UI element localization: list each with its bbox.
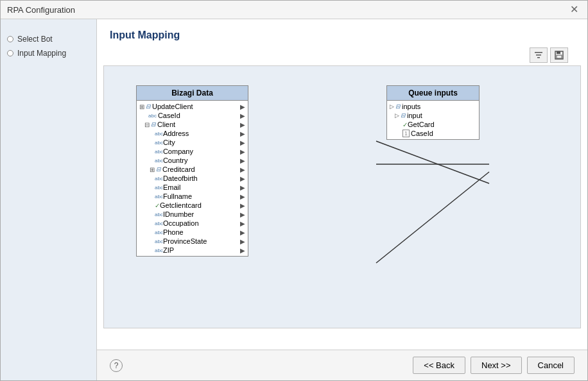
tree-row: abc Phone ▶ xyxy=(137,228,248,237)
row-label: Phone xyxy=(163,228,184,236)
type-icon: abc xyxy=(155,140,163,146)
row-label: IDnumber xyxy=(163,210,194,218)
main-panel: Input Mapping xyxy=(97,19,587,380)
sidebar-item-select-bot[interactable]: Select Bot xyxy=(7,32,90,46)
content-area: Select Bot Input Mapping Input Mapping xyxy=(1,19,587,380)
arrow-icon[interactable]: ▶ xyxy=(240,157,245,164)
tree-row: abc Country ▶ xyxy=(137,156,248,165)
arrow-icon[interactable]: ▶ xyxy=(240,247,245,254)
row-label: input xyxy=(407,112,422,119)
type-icon: ⊟ xyxy=(151,121,156,128)
close-button[interactable]: ✕ xyxy=(567,4,581,15)
arrow-icon[interactable]: ▶ xyxy=(240,121,245,128)
next-button[interactable]: Next >> xyxy=(471,357,522,374)
arrow-icon[interactable]: ▶ xyxy=(240,175,245,182)
row-label: Company xyxy=(163,148,193,155)
type-icon: abc xyxy=(155,221,163,226)
footer: ? << Back Next >> Cancel xyxy=(97,350,587,380)
type-icon: abc xyxy=(148,113,157,119)
tree-row: abc Address ▶ xyxy=(137,129,248,138)
bizagi-body: ⊞ ⊟ UpdateClient ▶ abc CaseId ▶ xyxy=(137,101,248,256)
arrow-icon[interactable]: ▶ xyxy=(240,103,245,110)
row-label: Creditcard xyxy=(162,165,195,173)
arrow-left: ▷ xyxy=(390,103,394,110)
sidebar: Select Bot Input Mapping xyxy=(1,19,97,380)
sidebar-bullet-1 xyxy=(7,36,13,42)
svg-line-8 xyxy=(376,172,489,263)
type-icon: ⊟ xyxy=(146,103,151,110)
arrow-icon[interactable]: ▶ xyxy=(240,193,245,200)
queue-header: Queue inputs xyxy=(387,86,479,101)
tree-row: abc Company ▶ xyxy=(137,147,248,156)
row-label: Address xyxy=(163,130,189,137)
save-icon xyxy=(554,50,564,60)
tree-row: ⊞ ⊟ UpdateClient ▶ xyxy=(137,102,248,111)
type-icon: ⊟ xyxy=(156,166,161,173)
arrow-icon[interactable]: ▶ xyxy=(240,139,245,146)
row-label: Client xyxy=(157,121,175,128)
arrow-icon[interactable]: ▶ xyxy=(240,211,245,218)
row-label: Dateofbirth xyxy=(163,174,198,182)
sidebar-label-input-mapping: Input Mapping xyxy=(17,49,66,58)
tree-row: ✓ GetCard xyxy=(387,120,479,129)
arrow-icon[interactable]: ▶ xyxy=(240,112,245,119)
row-label: ProvinceState xyxy=(163,237,207,245)
row-label: City xyxy=(163,139,175,146)
title-bar: RPA Configuration ✕ xyxy=(1,1,587,19)
help-button[interactable]: ? xyxy=(110,359,123,372)
filter-icon xyxy=(533,50,544,60)
svg-rect-2 xyxy=(537,57,540,58)
arrow-icon[interactable]: ▶ xyxy=(240,229,245,236)
row-label: GetCard xyxy=(408,121,435,128)
tree-row: abc ProvinceState ▶ xyxy=(137,237,248,246)
sidebar-label-select-bot: Select Bot xyxy=(17,35,53,44)
type-icon: abc xyxy=(155,176,163,182)
tree-row: abc CaseId ▶ xyxy=(137,111,248,120)
mapping-canvas[interactable]: Bizagi Data ⊞ ⊟ UpdateClient ▶ xyxy=(103,65,581,328)
save-layout-button[interactable] xyxy=(550,47,568,63)
sidebar-item-input-mapping[interactable]: Input Mapping xyxy=(7,46,90,60)
tree-row: abc Dateofbirth ▶ xyxy=(137,174,248,183)
type-icon: abc xyxy=(155,149,163,155)
bizagi-header: Bizagi Data xyxy=(137,86,248,101)
arrow-icon[interactable]: ▶ xyxy=(240,202,245,209)
check-icon: ✓ xyxy=(402,121,408,128)
cancel-button[interactable]: Cancel xyxy=(527,357,575,374)
tree-row: abc IDnumber ▶ xyxy=(137,210,248,219)
type-icon: abc xyxy=(155,158,163,164)
mapping-toolbar xyxy=(103,47,581,63)
back-button[interactable]: << Back xyxy=(413,357,465,374)
row-label: inputs xyxy=(402,103,420,110)
arrow-icon[interactable]: ▶ xyxy=(240,166,245,173)
tree-row: ▷ ⊟ inputs xyxy=(387,102,479,111)
filter-button[interactable] xyxy=(530,47,548,63)
row-label: CaseId xyxy=(158,112,180,119)
type-icon: ⊟ xyxy=(401,112,406,119)
arrow-icon[interactable]: ▶ xyxy=(240,220,245,227)
svg-rect-4 xyxy=(557,51,560,54)
mapping-area: Bizagi Data ⊞ ⊟ UpdateClient ▶ xyxy=(97,47,587,350)
tree-row: ⊞ ⊟ Creditcard ▶ xyxy=(137,165,248,174)
row-label: CaseId xyxy=(411,130,433,137)
arrow-left: ▷ xyxy=(395,112,399,119)
arrow-icon[interactable]: ▶ xyxy=(240,148,245,155)
tree-row: ▷ ⊟ input xyxy=(387,111,479,120)
row-label: Country xyxy=(163,157,188,164)
arrow-icon[interactable]: ▶ xyxy=(240,130,245,137)
type-icon: abc xyxy=(155,230,163,235)
svg-rect-0 xyxy=(535,52,542,53)
svg-rect-5 xyxy=(557,55,562,58)
window-title: RPA Configuration xyxy=(7,5,75,15)
expand-icon: ⊟ xyxy=(144,121,150,128)
expand-icon: ⊞ xyxy=(150,166,155,173)
tree-row: abc ZIP ▶ xyxy=(137,246,248,255)
mapping-inner: Bizagi Data ⊞ ⊟ UpdateClient ▶ xyxy=(104,66,580,323)
bizagi-data-box: Bizagi Data ⊞ ⊟ UpdateClient ▶ xyxy=(136,85,248,257)
type-icon: abc xyxy=(155,131,163,137)
arrow-icon[interactable]: ▶ xyxy=(240,238,245,245)
tree-row: 1 CaseId xyxy=(387,129,479,138)
tree-row: ✓ Getclientcard ▶ xyxy=(137,201,248,210)
arrow-icon[interactable]: ▶ xyxy=(240,184,245,191)
row-label: Occupation xyxy=(163,219,199,227)
tree-row: abc City ▶ xyxy=(137,138,248,147)
